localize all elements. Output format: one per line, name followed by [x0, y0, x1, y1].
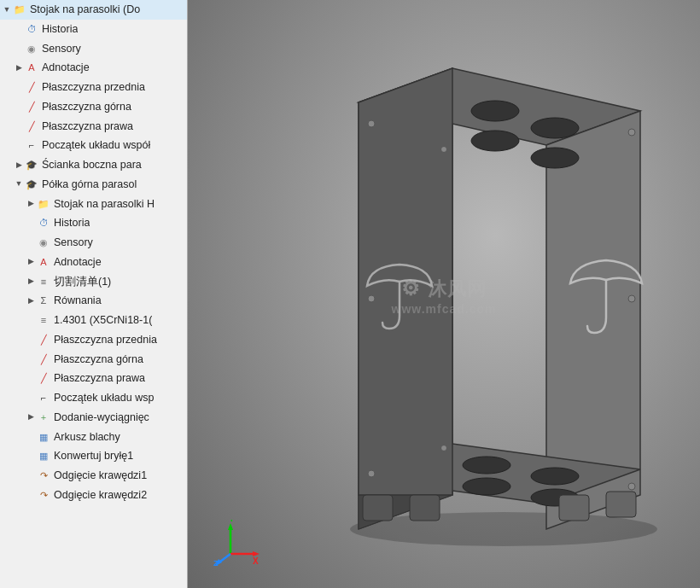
- svg-marker-14: [359, 68, 452, 495]
- tree-label-9: Półka górna parasol: [42, 177, 137, 193]
- tree-arrow-15: ▶: [26, 295, 36, 307]
- tree-label-5: Płaszczyzna górna: [42, 99, 131, 115]
- tree-label-24: Odgięcie krawędzi1: [54, 468, 147, 484]
- tree-icon-13: A: [36, 254, 51, 270]
- tree-item-3[interactable]: ▶AAdnotacje: [0, 58, 187, 78]
- tree-icon-14: ≡: [36, 274, 51, 289]
- tree-item-7[interactable]: ⌐Początek układu współ: [0, 136, 187, 155]
- tree-item-12[interactable]: ◉Sensory: [0, 233, 187, 253]
- tree-icon-25: ↷: [36, 487, 51, 503]
- tree-item-6[interactable]: ╱Płaszczyzna prawa: [0, 117, 187, 137]
- tree-item-9[interactable]: ▼🎓Półka górna parasol: [0, 175, 187, 195]
- tree-icon-2: ◉: [24, 41, 39, 56]
- svg-rect-16: [410, 495, 440, 521]
- tree-label-17: Płaszczyzna przednia: [54, 332, 157, 348]
- tree-item-10[interactable]: ▶📁Stojak na parasolki H: [0, 195, 187, 214]
- tree-icon-21: +: [36, 410, 51, 425]
- tree-item-22[interactable]: ▦Arkusz blachy: [0, 428, 187, 447]
- svg-point-7: [531, 118, 579, 138]
- tree-label-4: Płaszczyzna przednia: [42, 79, 145, 96]
- tree-item-24[interactable]: ↷Odgięcie krawędzi1: [0, 466, 187, 486]
- tree-item-20[interactable]: ⌐Początek układu wsp: [0, 388, 187, 408]
- tree-item-0[interactable]: ▼📁Stojak na parasolki (Do: [0, 0, 187, 20]
- tree-icon-0: 📁: [12, 2, 27, 17]
- tree-icon-15: Σ: [36, 294, 51, 309]
- tree-arrow-14: ▶: [26, 276, 36, 288]
- tree-icon-3: A: [24, 61, 39, 76]
- tree-arrow-21: ▶: [26, 411, 36, 423]
- tree-label-20: Początek układu wsp: [54, 390, 154, 406]
- tree-item-11[interactable]: ⏱Historia: [0, 213, 187, 233]
- tree-item-25[interactable]: ↷Odgięcie krawędzi2: [0, 486, 187, 505]
- svg-point-10: [463, 457, 510, 474]
- tree-icon-20: ⌐: [36, 390, 51, 405]
- tree-item-13[interactable]: ▶AAdnotacje: [0, 253, 187, 272]
- svg-text:Y: Y: [229, 520, 235, 523]
- svg-point-25: [628, 483, 635, 490]
- tree-label-1: Historia: [42, 21, 78, 38]
- tree-item-19[interactable]: ╱Płaszczyzna prawa: [0, 369, 187, 388]
- tree-icon-17: ╱: [36, 332, 51, 347]
- tree-label-7: Początek układu współ: [42, 137, 150, 154]
- tree-icon-23: ▦: [36, 449, 51, 464]
- file-tree-sidebar[interactable]: ▼📁Stojak na parasolki (Do⏱Historia◉Senso…: [0, 0, 188, 588]
- tree-arrow-13: ▶: [26, 256, 36, 268]
- tree-label-6: Płaszczyzna prawa: [42, 119, 133, 135]
- tree-label-21: Dodanie-wyciągnięc: [54, 410, 149, 426]
- tree-item-14[interactable]: ▶≡切割清单(1): [0, 272, 187, 292]
- svg-marker-28: [228, 523, 233, 530]
- tree-item-23[interactable]: ▦Konwertuj bryłę1: [0, 446, 187, 466]
- 3d-viewport: ⚙ 沐风网 www.mfcad.com Y X Z: [188, 0, 700, 588]
- svg-point-24: [628, 129, 635, 136]
- tree-icon-7: ⌐: [24, 138, 39, 154]
- tree-icon-4: ╱: [24, 79, 39, 95]
- tree-icon-1: ⏱: [24, 21, 39, 37]
- tree-arrow-9: ▼: [14, 178, 24, 190]
- axis-indicator: Y X Z: [213, 520, 256, 562]
- svg-point-19: [368, 120, 375, 127]
- tree-label-8: Ścianka boczna para: [42, 157, 142, 173]
- tree-item-16[interactable]: ≡1.4301 (X5CrNi18-1(: [0, 311, 187, 330]
- tree-item-15[interactable]: ▶ΣRównania: [0, 291, 187, 311]
- tree-label-14: 切割清单(1): [54, 274, 111, 290]
- tree-label-22: Arkusz blachy: [54, 429, 120, 445]
- svg-text:X: X: [253, 556, 259, 566]
- tree-label-3: Adnotacje: [42, 60, 90, 76]
- tree-label-10: Stojak na parasolki H: [54, 196, 155, 212]
- tree-icon-8: 🎓: [24, 157, 39, 172]
- tree-label-23: Konwertuj bryłę1: [54, 448, 133, 464]
- tree-label-16: 1.4301 (X5CrNi18-1(: [54, 312, 152, 329]
- svg-point-12: [463, 478, 510, 495]
- tree-item-18[interactable]: ╱Płaszczyzna górna: [0, 350, 187, 370]
- tree-label-18: Płaszczyzna górna: [54, 352, 143, 368]
- svg-point-8: [471, 131, 519, 151]
- tree-item-1[interactable]: ⏱Historia: [0, 20, 187, 39]
- tree-label-13: Adnotacje: [54, 254, 102, 271]
- tree-icon-18: ╱: [36, 352, 51, 367]
- tree-item-4[interactable]: ╱Płaszczyzna przednia: [0, 78, 187, 97]
- tree-arrow-0: ▼: [2, 4, 12, 16]
- tree-item-21[interactable]: ▶+Dodanie-wyciągnięc: [0, 408, 187, 428]
- svg-rect-15: [363, 495, 393, 521]
- tree-item-5[interactable]: ╱Płaszczyzna górna: [0, 97, 187, 117]
- tree-icon-22: ▦: [36, 429, 51, 445]
- tree-item-8[interactable]: ▶🎓Ścianka boczna para: [0, 155, 187, 175]
- tree-icon-11: ⏱: [36, 216, 51, 231]
- tree-item-17[interactable]: ╱Płaszczyzna przednia: [0, 330, 187, 350]
- tree-arrow-3: ▶: [14, 62, 24, 74]
- tree-icon-12: ◉: [36, 235, 51, 250]
- tree-icon-9: 🎓: [24, 177, 39, 192]
- svg-point-22: [441, 147, 447, 153]
- tree-item-2[interactable]: ◉Sensory: [0, 39, 187, 59]
- tree-arrow-10: ▶: [26, 198, 36, 210]
- svg-point-21: [368, 295, 375, 302]
- svg-point-6: [471, 101, 519, 121]
- svg-point-26: [628, 295, 635, 302]
- tree-arrow-8: ▶: [14, 160, 24, 172]
- svg-rect-17: [559, 495, 589, 521]
- tree-icon-16: ≡: [36, 312, 51, 328]
- tree-label-12: Sensory: [54, 235, 93, 251]
- svg-text:Z: Z: [213, 559, 219, 567]
- tree-label-0: Stojak na parasolki (Do: [30, 2, 140, 18]
- tree-icon-19: ╱: [36, 371, 51, 387]
